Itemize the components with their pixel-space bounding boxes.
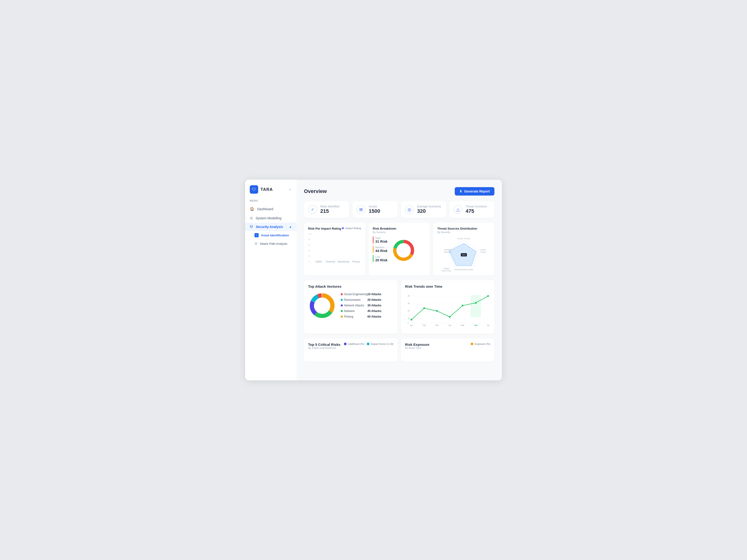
home-icon: 🏠 [250,207,254,211]
sidebar-subitem-label: Asset Identification [261,234,289,237]
check-icon: ✓ [308,205,317,214]
attack-count: 35 Attacks [367,304,382,307]
sidebar-subitem-label: Attack Path Analysis [260,242,287,245]
legend-dot-likelihood [344,343,346,345]
y-label: 100 [308,233,313,235]
bar-chart-legend-label: Impact Rating [345,227,361,230]
legend-label: Likelihood (%) [348,343,364,345]
stat-label: Threat Scenarios [466,205,487,208]
attack-dot [341,304,343,306]
attack-list: Social Engineering 10 Attacks Ransomware… [341,293,382,321]
attack-count: 10 Attacks [367,293,382,296]
risk-donut-chart [391,238,416,263]
chevron-up-icon: ▲ [289,225,292,229]
sidebar-item-dashboard[interactable]: 🏠 Dashboard [245,205,297,213]
y-label: 40 [308,249,313,252]
sidebar-item-security-analysis[interactable]: 🛡 Security Analysis ▲ [245,222,297,231]
y-label: 80 [308,238,313,241]
svg-text:Software: Software [480,249,486,251]
risk-value-medium: 44 Risk [376,249,388,253]
bar-chart-legend: Impact Rating [342,227,361,230]
attack-dot [341,310,343,312]
risk-bar-high [373,236,374,243]
risk-value-high: 31 Risk [376,239,388,243]
svg-text:20: 20 [408,310,410,312]
legend-dot-impact [367,343,369,345]
svg-text:External: External [444,249,451,251]
bar-privacy: Privacy [351,259,361,263]
risk-label-high: High [376,237,388,239]
sidebar-collapse-button[interactable]: « [289,188,292,191]
attack-label: Ransomware [344,298,361,301]
sidebar-item-system-modelling[interactable]: ⊞ System Modelling [245,213,297,222]
sidebar-item-label: Dashboard [257,207,273,211]
risk-exposure-subtitle: By Asset Type [405,347,429,349]
attack-dot [341,299,343,301]
grid-icon: ⊞ [250,216,253,220]
attack-count: 45 Attacks [367,310,382,313]
bar-operational: Operational [337,259,350,263]
download-icon: ⬇ [459,189,462,193]
stat-label: Risks Identified [320,205,339,208]
svg-point-39 [449,316,450,318]
svg-text:Chain Risks: Chain Risks [442,270,451,271]
bar-label: Operational [337,260,350,263]
critical-risks-card: Top 5 Critical Risks By impact and likel… [304,338,397,362]
generate-report-button[interactable]: ⬇ Generate Report [455,187,494,195]
attack-icon: ⚙ [254,241,257,246]
attack-label: Social Engineering [344,293,367,296]
svg-point-38 [436,310,438,312]
bar-label: Financial [326,260,335,263]
threat-sources-subtitle: By Severity [437,231,490,234]
risk-bar-low [373,255,374,262]
attack-item-phising: Phising 60 Attacks [341,315,382,318]
shield-icon: 🛡 [250,225,253,229]
charts-row-1: Risk Per Impact Rating Impact Rating 0 2… [304,222,494,275]
svg-text:Insider Threats: Insider Threats [458,238,470,240]
svg-text:40: 40 [408,295,410,297]
sidebar-subitems: 🔷 Asset Identification ⚙ Attack Path Ana… [245,231,297,248]
svg-point-42 [487,295,489,297]
risk-exposure-card: Risk Exposure By Asset Type Exposure (%) [401,338,494,362]
sidebar-item-label: Security Analysis [256,225,283,229]
radar-chart: Insider Threats Software Vulnerabilities… [442,236,486,271]
legend-impact: Impact Score (1-10) [367,343,393,345]
critical-risks-legend: Likelihood (%) Impact Score (1-10) [344,343,393,345]
threat-sources-card: Threat Sources Distribution By Severity … [433,222,494,275]
stat-card-assets: ⊞ Assets 1500 [353,201,398,218]
main-header: Overview ⬇ Generate Report [304,187,494,195]
risk-bar-medium [373,246,374,253]
attack-vectors-donut [308,292,336,320]
legend-likelihood: Likelihood (%) [344,343,364,345]
attack-label: Phising [344,315,353,318]
sidebar-item-label: System Modelling [256,216,282,220]
stat-value: 215 [320,208,339,214]
risk-value-low: 20 Risk [376,258,388,262]
svg-text:10: 10 [408,317,410,319]
risk-trends-title: Risk Trends over Time [405,285,490,288]
main-content: Overview ⬇ Generate Report ✓ Risks Ident… [297,180,502,380]
y-label: 60 [308,244,313,246]
bar-financial: Financial [326,259,335,263]
stat-value: 475 [466,208,487,214]
risk-item-medium: Medium 44 Risk [373,246,388,253]
logo-text: TARA [260,187,273,192]
final-row: Top 5 Critical Risks By impact and likel… [304,338,494,362]
sidebar-item-asset-identification[interactable]: 🔷 Asset Identification [250,231,297,239]
svg-text:Vulnerabilities: Vulnerabilities [480,251,486,253]
svg-text:Apr: Apr [448,324,451,326]
sidebar-item-attack-path[interactable]: ⚙ Attack Path Analysis [250,239,297,248]
sidebar: 🛡 TARA « MENU 🏠 Dashboard ⊞ System Model… [245,180,297,380]
svg-text:50%: 50% [462,254,466,256]
stat-card-damage: ◎ Damage Scenarios 320 [401,201,446,218]
legend-dot-exposure [471,343,473,345]
stat-label: Damage Scenarios [417,205,441,208]
attack-item-social: Social Engineering 10 Attacks [341,293,382,296]
threat-sources-title: Threat Sources Distribution [437,227,490,230]
attack-vectors-title: Top Attack Vectores [308,285,393,288]
svg-text:Jul: Jul [487,324,490,326]
page-title: Overview [304,188,327,194]
svg-text:0: 0 [408,322,409,324]
bar-safety: Safety [314,259,324,263]
risk-exposure-title: Risk Exposure [405,343,429,347]
